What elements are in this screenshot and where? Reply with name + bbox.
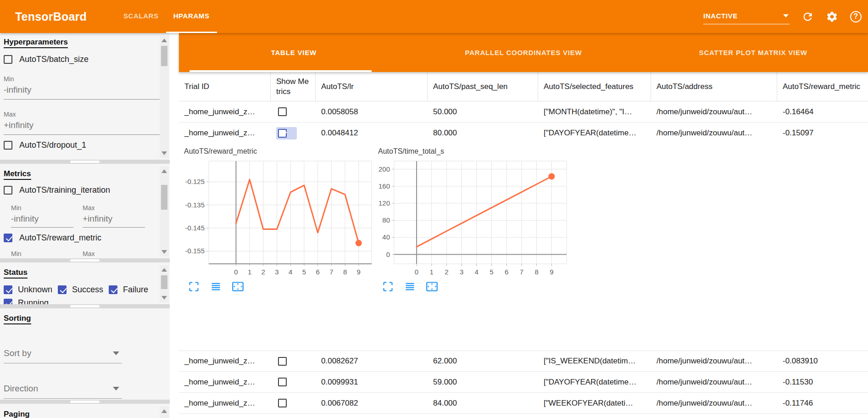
panel-resize-handle[interactable] xyxy=(0,258,170,262)
app-logo: TensorBoard xyxy=(15,10,87,23)
column-header-reward-metric[interactable]: AutoTS/reward_metric xyxy=(777,72,868,101)
checkbox-icon xyxy=(278,399,287,407)
panel-resize-handle[interactable] xyxy=(0,304,170,308)
tab-table-view[interactable]: TABLE VIEW xyxy=(179,33,409,72)
scroll-up-icon[interactable] xyxy=(160,167,169,175)
svg-text:40: 40 xyxy=(382,233,390,241)
selected-features-cell: ["MONTH(datetime)", "I… xyxy=(538,101,651,122)
toolbar-actions: INACTIVE ? xyxy=(703,0,862,33)
run-status-value: INACTIVE xyxy=(703,12,738,20)
scroll-up-icon[interactable] xyxy=(160,266,169,273)
direction-select[interactable]: Direction xyxy=(4,384,122,399)
show-metrics-checkbox[interactable] xyxy=(276,355,289,368)
show-metrics-checkbox[interactable] xyxy=(276,397,289,409)
min-input[interactable]: -infinity xyxy=(11,214,73,228)
maximize-icon[interactable] xyxy=(382,280,394,293)
address-cell: /home/junweid/zouwu/aut… xyxy=(651,393,777,413)
resize-grip xyxy=(70,259,100,262)
time-total-line-chart[interactable]: 040801201602000123456789 xyxy=(375,157,568,278)
scrollbar-thumb[interactable] xyxy=(161,185,167,210)
show-metrics-cell xyxy=(271,372,316,392)
show-metrics-checkbox[interactable] xyxy=(276,106,289,118)
svg-text:200: 200 xyxy=(378,165,390,173)
lr-cell: 0.0082627 xyxy=(316,351,428,371)
table-row: _home_junweid_z… 0.0058058 50.000 ["MONT… xyxy=(179,101,868,123)
refresh-icon[interactable] xyxy=(801,11,814,23)
tab-scalars[interactable]: SCALARS xyxy=(116,0,166,33)
past-seq-len-cell: 50.000 xyxy=(428,101,538,122)
svg-text:-0.145: -0.145 xyxy=(185,224,205,232)
tab-parallel-coordinates-view[interactable]: PARALLEL COORDINATES VIEW xyxy=(409,33,639,72)
scroll-down-icon[interactable] xyxy=(160,150,169,157)
fit-to-view-icon[interactable] xyxy=(232,280,244,293)
address-cell: /home/junweid/zouwu/aut… xyxy=(651,351,777,371)
svg-text:3: 3 xyxy=(275,268,278,276)
chevron-down-icon xyxy=(113,351,119,355)
lr-cell: 0.0067082 xyxy=(316,393,428,413)
checkbox-icon xyxy=(58,285,67,294)
tab-hparams[interactable]: HPARAMS xyxy=(166,0,217,33)
chevron-down-icon xyxy=(113,387,119,390)
scrollbar[interactable] xyxy=(160,167,169,256)
trial-id-cell: _home_junweid_z… xyxy=(179,393,271,413)
status-failure-checkbox[interactable]: Failure xyxy=(109,285,148,295)
lr-cell: 0.0048412 xyxy=(316,123,428,144)
status-unknown-checkbox[interactable]: Unknown xyxy=(4,285,52,295)
panel-resize-handle[interactable] xyxy=(0,160,170,164)
column-header-trial-id[interactable]: Trial ID xyxy=(179,72,271,101)
chart-toolbar xyxy=(181,280,378,293)
checkbox-label: AutoTS/reward_metric xyxy=(19,233,101,243)
scroll-up-icon[interactable] xyxy=(160,37,169,44)
selected-features-cell: ["DAYOFYEAR(datetime… xyxy=(538,372,651,392)
view-data-icon[interactable] xyxy=(210,280,222,293)
selected-features-cell: ["WEEKOFYEAR(dateti… xyxy=(538,393,651,413)
max-input[interactable]: +infinity xyxy=(4,120,160,135)
reward-metric-line-chart[interactable]: -0.125-0.135-0.145-0.1550123456789 xyxy=(181,157,374,278)
settings-gear-icon[interactable] xyxy=(826,11,838,23)
tab-scatter-plot-matrix-view[interactable]: SCATTER PLOT MATRIX VIEW xyxy=(638,33,868,72)
min-input[interactable]: -infinity xyxy=(4,85,160,100)
column-header-past-seq-len[interactable]: AutoTS/past_seq_len xyxy=(428,72,538,101)
run-status-select[interactable]: INACTIVE xyxy=(703,12,790,24)
help-icon[interactable]: ? xyxy=(850,11,862,22)
past-seq-len-cell: 84.000 xyxy=(428,393,538,413)
scroll-down-icon[interactable] xyxy=(160,248,169,256)
show-metrics-cell xyxy=(271,101,316,122)
show-metrics-checkbox[interactable] xyxy=(276,127,297,139)
metric-training-iteration-checkbox[interactable]: AutoTS/training_iteration xyxy=(4,185,160,195)
view-data-icon[interactable] xyxy=(404,280,416,293)
maximize-icon[interactable] xyxy=(188,280,200,293)
hparam-dropout-checkbox[interactable]: AutoTS/dropout_1 xyxy=(4,140,160,150)
scrollbar-thumb[interactable] xyxy=(161,46,167,66)
column-header-lr[interactable]: AutoTS/lr xyxy=(316,72,428,101)
scroll-up-icon[interactable] xyxy=(160,407,169,415)
svg-text:6: 6 xyxy=(505,268,508,276)
table-row: _home_junweid_z… 0.0067082 84.000 ["WEEK… xyxy=(179,393,868,414)
min-label: Min xyxy=(11,250,73,257)
column-header-selected-features[interactable]: AutoTS/selected_features xyxy=(538,72,651,101)
fit-to-view-icon[interactable] xyxy=(426,280,438,293)
checkbox-icon xyxy=(4,186,12,195)
scrollbar[interactable] xyxy=(160,36,169,158)
svg-text:-0.135: -0.135 xyxy=(185,201,205,209)
column-header-show-metrics[interactable]: Show Metrics xyxy=(271,72,316,101)
resize-grip xyxy=(70,161,100,163)
address-cell: /home/junweid/zouwu/aut… xyxy=(651,123,777,144)
show-metrics-checkbox[interactable] xyxy=(276,376,289,388)
column-header-address[interactable]: AutoTS/address xyxy=(651,72,777,101)
scroll-down-icon[interactable] xyxy=(160,294,169,301)
svg-text:9: 9 xyxy=(550,268,553,276)
metric-reward-metric-checkbox[interactable]: AutoTS/reward_metric xyxy=(4,233,160,243)
max-input[interactable]: +infinity xyxy=(83,214,145,228)
tensorboard-app: TensorBoard SCALARS HPARAMS INACTIVE ? xyxy=(0,0,868,418)
reward-metric-cell: -0.11746 xyxy=(777,393,868,413)
status-running-checkbox[interactable]: Running xyxy=(4,298,49,304)
scrollbar[interactable] xyxy=(160,407,169,418)
sort-by-select[interactable]: Sort by xyxy=(4,348,122,363)
panel-resize-handle[interactable] xyxy=(0,400,170,404)
status-success-checkbox[interactable]: Success xyxy=(58,285,103,295)
checkbox-label: Unknown xyxy=(18,285,52,295)
scrollbar[interactable] xyxy=(160,265,169,302)
scrollbar-thumb[interactable] xyxy=(161,275,167,289)
hparam-batch-size-checkbox[interactable]: AutoTS/batch_size xyxy=(4,55,160,64)
